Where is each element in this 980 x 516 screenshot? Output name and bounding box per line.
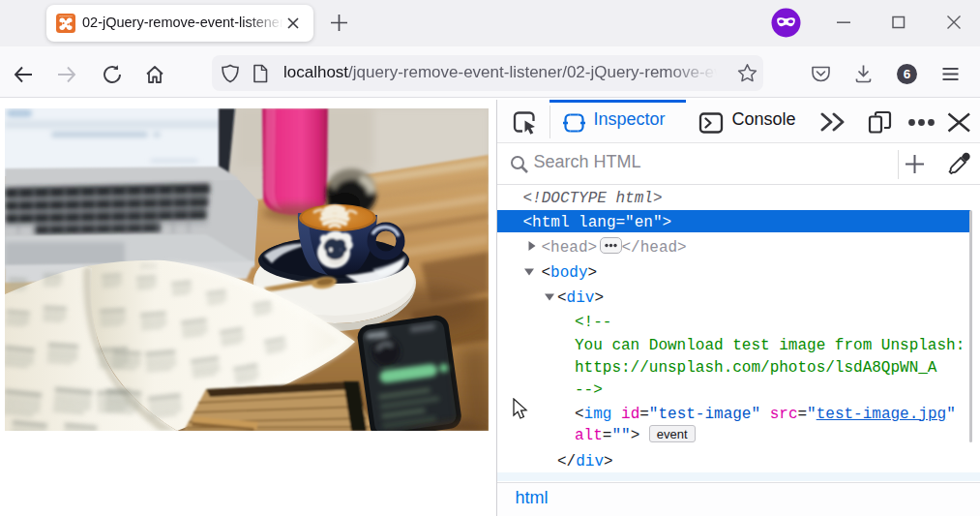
svg-text:2021: 2021 [140,261,159,271]
